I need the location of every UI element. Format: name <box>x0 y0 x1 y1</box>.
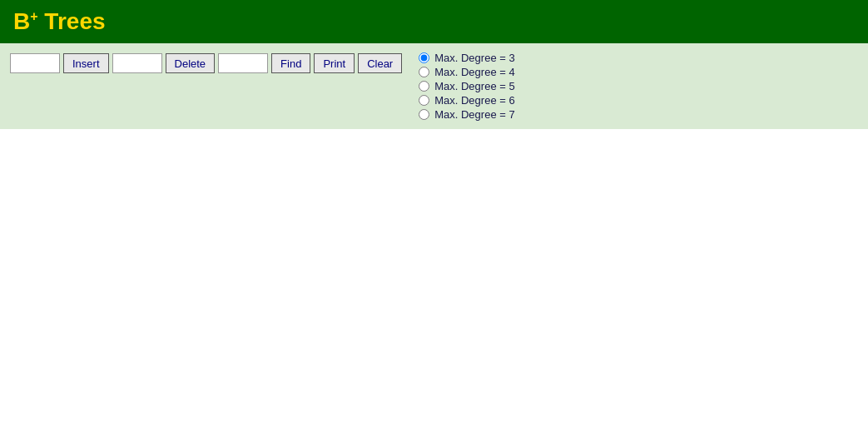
radio-degree-5[interactable] <box>419 81 429 92</box>
radio-degree-4[interactable] <box>419 67 429 77</box>
app-header: B+ Trees <box>0 0 868 43</box>
toolbar: Insert Delete Find Print Clear Max. Degr… <box>0 43 868 129</box>
radio-label-4: Max. Degree = 4 <box>434 66 514 78</box>
radio-item-7[interactable]: Max. Degree = 7 <box>419 108 514 121</box>
find-input[interactable] <box>218 53 268 73</box>
insert-button[interactable]: Insert <box>63 53 109 73</box>
delete-button[interactable]: Delete <box>166 53 216 73</box>
print-button[interactable]: Print <box>314 53 355 73</box>
radio-label-7: Max. Degree = 7 <box>434 108 514 121</box>
radio-item-4[interactable]: Max. Degree = 4 <box>419 66 514 78</box>
delete-input[interactable] <box>112 53 162 73</box>
radio-label-5: Max. Degree = 5 <box>434 80 514 92</box>
degree-radio-group: Max. Degree = 3 Max. Degree = 4 Max. Deg… <box>419 52 514 121</box>
app-title: B+ Trees <box>13 8 106 35</box>
tree-canvas <box>0 129 868 412</box>
toolbar-controls: Insert Delete Find Print Clear <box>10 52 402 73</box>
find-button[interactable]: Find <box>271 53 310 73</box>
radio-degree-6[interactable] <box>419 95 429 106</box>
radio-item-6[interactable]: Max. Degree = 6 <box>419 94 514 107</box>
radio-degree-3[interactable] <box>419 52 429 63</box>
radio-label-3: Max. Degree = 3 <box>434 52 514 64</box>
insert-input[interactable] <box>10 53 60 73</box>
radio-label-6: Max. Degree = 6 <box>434 94 514 107</box>
radio-degree-7[interactable] <box>419 109 429 120</box>
clear-button[interactable]: Clear <box>358 53 402 73</box>
radio-item-5[interactable]: Max. Degree = 5 <box>419 80 514 92</box>
radio-item-3[interactable]: Max. Degree = 3 <box>419 52 514 64</box>
